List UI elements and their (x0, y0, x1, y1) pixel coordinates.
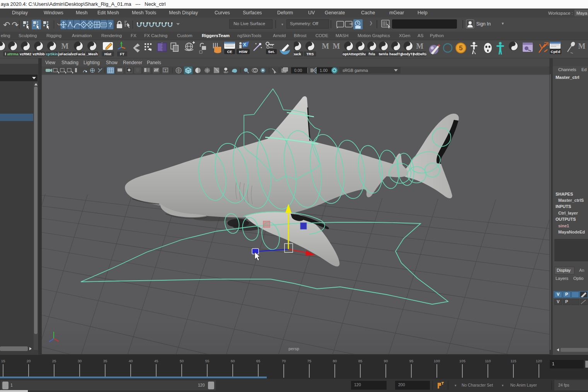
svg-text:95: 95 (409, 359, 414, 363)
svg-text:persp: persp (288, 346, 299, 351)
svg-text:M: M (578, 42, 586, 50)
svg-text:hdDefG: hdDefG (413, 52, 426, 56)
svg-text:↶: ↶ (3, 20, 10, 30)
svg-text:45: 45 (154, 359, 159, 363)
svg-text:65: 65 (256, 359, 261, 363)
svg-text:?: ? (109, 22, 112, 28)
svg-text:90: 90 (384, 359, 388, 363)
svg-text:100: 100 (434, 359, 440, 363)
svg-text:120: 120 (536, 359, 542, 363)
svg-text:twVis: twVis (379, 52, 389, 56)
svg-text:headTg: headTg (389, 52, 402, 56)
svg-text:optAttr: optAttr (343, 52, 355, 56)
svg-text:Hist: Hist (104, 52, 112, 56)
svg-text:TRS: TRS (307, 52, 314, 56)
svg-text:75: 75 (307, 359, 312, 363)
svg-text:FT: FT (120, 52, 124, 56)
svg-text:M: M (61, 42, 69, 50)
svg-text:30: 30 (78, 359, 82, 363)
svg-text:optSha: optSha (354, 52, 367, 56)
svg-text:attrma: attrma (7, 52, 19, 56)
svg-text:M: M (333, 42, 340, 50)
svg-text:60: 60 (231, 359, 235, 363)
svg-text:110: 110 (485, 359, 491, 363)
svg-text:35: 35 (103, 359, 107, 363)
svg-text:80: 80 (333, 359, 337, 363)
svg-text:T: T (164, 68, 167, 72)
svg-text:jsFacial: jsFacial (58, 52, 72, 56)
svg-text:vzFacia: vzFacia (72, 52, 85, 56)
svg-text:50: 50 (180, 359, 184, 363)
svg-text:vzRibb: vzRibb (32, 52, 44, 56)
svg-text:back: back (294, 52, 302, 56)
svg-text:25: 25 (52, 359, 56, 363)
svg-text:70: 70 (282, 359, 286, 363)
svg-text:cpSkin: cpSkin (46, 52, 58, 56)
svg-text:vzRM2: vzRM2 (20, 52, 31, 56)
svg-text:_Mesh: _Mesh (86, 52, 98, 56)
svg-text:HSW: HSW (239, 49, 247, 54)
svg-text:l: l (5, 52, 6, 56)
svg-text:40: 40 (129, 359, 133, 363)
svg-text:5: 5 (459, 44, 462, 52)
svg-text:Set.: Set. (268, 49, 274, 54)
svg-text:105: 105 (459, 359, 465, 363)
svg-text:M: M (416, 42, 424, 50)
svg-text:20: 20 (27, 359, 31, 363)
svg-text:CE: CE (227, 49, 232, 54)
svg-text:115: 115 (510, 359, 516, 363)
svg-text:↷: ↷ (12, 20, 19, 30)
svg-text:55: 55 (205, 359, 210, 363)
svg-text:15: 15 (1, 359, 5, 363)
svg-text:CpEd: CpEd (551, 49, 561, 54)
svg-text:fVis: fVis (368, 52, 375, 56)
svg-text:M: M (322, 42, 329, 50)
svg-text:85: 85 (358, 359, 363, 363)
